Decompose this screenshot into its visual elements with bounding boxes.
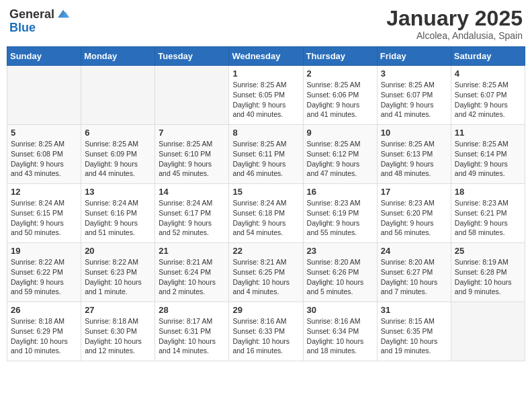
- logo: General Blue: [9, 7, 71, 34]
- day-number: 28: [159, 305, 225, 315]
- calendar-cell: 21Sunrise: 8:21 AM Sunset: 6:24 PM Dayli…: [155, 243, 229, 302]
- day-info: Sunrise: 8:23 AM Sunset: 6:19 PM Dayligh…: [307, 198, 373, 238]
- day-info: Sunrise: 8:15 AM Sunset: 6:35 PM Dayligh…: [381, 316, 447, 356]
- day-info: Sunrise: 8:25 AM Sunset: 6:14 PM Dayligh…: [455, 139, 521, 179]
- calendar-cell: 5Sunrise: 8:25 AM Sunset: 6:08 PM Daylig…: [7, 125, 81, 184]
- location: Alcolea, Andalusia, Spain: [386, 30, 523, 41]
- day-info: Sunrise: 8:21 AM Sunset: 6:24 PM Dayligh…: [159, 257, 225, 297]
- logo-blue-text: Blue: [9, 21, 36, 34]
- calendar-cell: 1Sunrise: 8:25 AM Sunset: 6:05 PM Daylig…: [229, 66, 303, 125]
- day-info: Sunrise: 8:25 AM Sunset: 6:09 PM Dayligh…: [85, 139, 151, 179]
- column-header-tuesday: Tuesday: [155, 47, 229, 66]
- day-info: Sunrise: 8:25 AM Sunset: 6:07 PM Dayligh…: [381, 80, 447, 120]
- calendar-cell: 2Sunrise: 8:25 AM Sunset: 6:06 PM Daylig…: [303, 66, 377, 125]
- calendar-cell: 8Sunrise: 8:25 AM Sunset: 6:11 PM Daylig…: [229, 125, 303, 184]
- calendar-cell: 25Sunrise: 8:19 AM Sunset: 6:28 PM Dayli…: [451, 243, 525, 302]
- header: General Blue January 2025 Alcolea, Andal…: [7, 7, 525, 41]
- logo-general-text: General: [9, 8, 54, 20]
- calendar-cell: 4Sunrise: 8:25 AM Sunset: 6:07 PM Daylig…: [451, 66, 525, 125]
- day-info: Sunrise: 8:17 AM Sunset: 6:31 PM Dayligh…: [159, 316, 225, 356]
- day-info: Sunrise: 8:22 AM Sunset: 6:22 PM Dayligh…: [11, 257, 77, 297]
- day-info: Sunrise: 8:25 AM Sunset: 6:10 PM Dayligh…: [159, 139, 225, 179]
- calendar-cell: 15Sunrise: 8:24 AM Sunset: 6:18 PM Dayli…: [229, 184, 303, 243]
- day-info: Sunrise: 8:25 AM Sunset: 6:05 PM Dayligh…: [232, 80, 299, 120]
- day-number: 31: [381, 305, 447, 315]
- calendar-cell: 11Sunrise: 8:25 AM Sunset: 6:14 PM Dayli…: [451, 125, 525, 184]
- calendar-week-4: 19Sunrise: 8:22 AM Sunset: 6:22 PM Dayli…: [7, 243, 525, 302]
- day-info: Sunrise: 8:23 AM Sunset: 6:21 PM Dayligh…: [455, 198, 521, 238]
- calendar-cell: 29Sunrise: 8:16 AM Sunset: 6:33 PM Dayli…: [229, 302, 303, 361]
- day-number: 3: [381, 68, 447, 79]
- calendar-cell: 7Sunrise: 8:25 AM Sunset: 6:10 PM Daylig…: [155, 125, 229, 184]
- day-info: Sunrise: 8:25 AM Sunset: 6:08 PM Dayligh…: [11, 139, 77, 179]
- day-info: Sunrise: 8:25 AM Sunset: 6:11 PM Dayligh…: [232, 139, 299, 179]
- calendar-cell: 26Sunrise: 8:18 AM Sunset: 6:29 PM Dayli…: [7, 302, 81, 361]
- month-title: January 2025: [386, 7, 523, 30]
- day-info: Sunrise: 8:23 AM Sunset: 6:20 PM Dayligh…: [381, 198, 447, 238]
- day-info: Sunrise: 8:20 AM Sunset: 6:27 PM Dayligh…: [381, 257, 447, 297]
- calendar-cell: [81, 66, 155, 125]
- day-info: Sunrise: 8:25 AM Sunset: 6:06 PM Dayligh…: [307, 80, 373, 120]
- day-number: 5: [11, 128, 77, 138]
- day-info: Sunrise: 8:19 AM Sunset: 6:28 PM Dayligh…: [455, 257, 521, 297]
- calendar-cell: 30Sunrise: 8:16 AM Sunset: 6:34 PM Dayli…: [303, 302, 377, 361]
- calendar-cell: 12Sunrise: 8:24 AM Sunset: 6:15 PM Dayli…: [7, 184, 81, 243]
- day-info: Sunrise: 8:25 AM Sunset: 6:12 PM Dayligh…: [307, 139, 373, 179]
- calendar-cell: 9Sunrise: 8:25 AM Sunset: 6:12 PM Daylig…: [303, 125, 377, 184]
- day-number: 13: [85, 187, 151, 197]
- day-info: Sunrise: 8:18 AM Sunset: 6:29 PM Dayligh…: [11, 316, 77, 356]
- calendar-cell: 23Sunrise: 8:20 AM Sunset: 6:26 PM Dayli…: [303, 243, 377, 302]
- day-info: Sunrise: 8:25 AM Sunset: 6:13 PM Dayligh…: [381, 139, 447, 179]
- day-info: Sunrise: 8:24 AM Sunset: 6:17 PM Dayligh…: [159, 198, 225, 238]
- calendar-cell: [451, 302, 525, 361]
- day-info: Sunrise: 8:21 AM Sunset: 6:25 PM Dayligh…: [232, 257, 299, 297]
- calendar-cell: 16Sunrise: 8:23 AM Sunset: 6:19 PM Dayli…: [303, 184, 377, 243]
- calendar-cell: 24Sunrise: 8:20 AM Sunset: 6:27 PM Dayli…: [377, 243, 451, 302]
- day-number: 15: [232, 187, 299, 197]
- day-number: 25: [455, 246, 521, 256]
- day-number: 4: [455, 68, 521, 79]
- day-info: Sunrise: 8:24 AM Sunset: 6:16 PM Dayligh…: [85, 198, 151, 238]
- column-header-friday: Friday: [377, 47, 451, 66]
- day-number: 12: [11, 187, 77, 197]
- day-number: 23: [307, 246, 373, 256]
- day-number: 20: [85, 246, 151, 256]
- day-number: 10: [381, 128, 447, 138]
- column-header-wednesday: Wednesday: [229, 47, 303, 66]
- day-number: 14: [159, 187, 225, 197]
- calendar-cell: [7, 66, 81, 125]
- day-info: Sunrise: 8:24 AM Sunset: 6:18 PM Dayligh…: [232, 198, 299, 238]
- day-number: 6: [85, 128, 151, 138]
- day-number: 2: [307, 68, 373, 79]
- calendar-week-5: 26Sunrise: 8:18 AM Sunset: 6:29 PM Dayli…: [7, 302, 525, 361]
- calendar-cell: 18Sunrise: 8:23 AM Sunset: 6:21 PM Dayli…: [451, 184, 525, 243]
- column-header-monday: Monday: [81, 47, 155, 66]
- calendar-week-2: 5Sunrise: 8:25 AM Sunset: 6:08 PM Daylig…: [7, 125, 525, 184]
- day-number: 30: [307, 305, 373, 315]
- column-header-saturday: Saturday: [451, 47, 525, 66]
- day-number: 16: [307, 187, 373, 197]
- calendar-cell: 3Sunrise: 8:25 AM Sunset: 6:07 PM Daylig…: [377, 66, 451, 125]
- day-info: Sunrise: 8:25 AM Sunset: 6:07 PM Dayligh…: [455, 80, 521, 120]
- calendar-cell: 13Sunrise: 8:24 AM Sunset: 6:16 PM Dayli…: [81, 184, 155, 243]
- calendar: SundayMondayTuesdayWednesdayThursdayFrid…: [7, 46, 525, 361]
- calendar-week-3: 12Sunrise: 8:24 AM Sunset: 6:15 PM Dayli…: [7, 184, 525, 243]
- day-number: 19: [11, 246, 77, 256]
- day-number: 24: [381, 246, 447, 256]
- calendar-cell: 17Sunrise: 8:23 AM Sunset: 6:20 PM Dayli…: [377, 184, 451, 243]
- day-number: 27: [85, 305, 151, 315]
- day-number: 22: [232, 246, 299, 256]
- calendar-cell: 6Sunrise: 8:25 AM Sunset: 6:09 PM Daylig…: [81, 125, 155, 184]
- day-number: 21: [159, 246, 225, 256]
- day-number: 9: [307, 128, 373, 138]
- calendar-week-1: 1Sunrise: 8:25 AM Sunset: 6:05 PM Daylig…: [7, 66, 525, 125]
- logo-icon: [56, 7, 71, 21]
- day-number: 11: [455, 128, 521, 138]
- day-number: 29: [232, 305, 299, 315]
- day-info: Sunrise: 8:16 AM Sunset: 6:33 PM Dayligh…: [232, 316, 299, 356]
- column-header-sunday: Sunday: [7, 47, 81, 66]
- day-number: 17: [381, 187, 447, 197]
- calendar-header-row: SundayMondayTuesdayWednesdayThursdayFrid…: [7, 47, 525, 66]
- day-number: 18: [455, 187, 521, 197]
- day-number: 8: [232, 128, 299, 138]
